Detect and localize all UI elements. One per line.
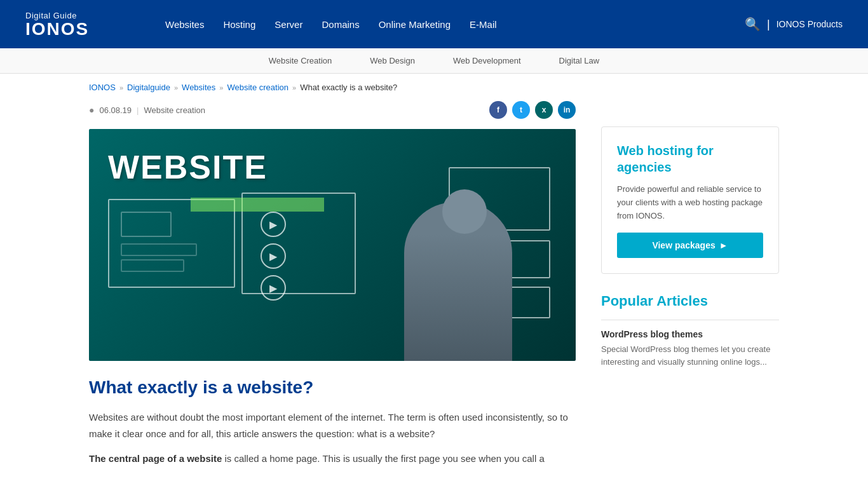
highlight-bar (191, 198, 324, 212)
sub-navigation: Website Creation Web Design Web Developm… (0, 48, 868, 74)
top-navigation: Digital Guide IONOS Websites Hosting Ser… (0, 0, 868, 48)
linkedin-share-button[interactable]: in (558, 101, 576, 119)
logo-area: Digital Guide IONOS (25, 11, 127, 38)
person-head (442, 189, 487, 234)
popular-article-desc: Special WordPress blog themes let you cr… (601, 343, 779, 368)
breadcrumb-sep-3: » (219, 84, 223, 92)
content-wrapper: ● 06.08.19 | Website creation f t x in W… (0, 101, 868, 476)
nav-email[interactable]: E-Mail (470, 19, 497, 30)
breadcrumb-website-creation[interactable]: Website creation (227, 83, 288, 92)
wireframe-4 (121, 259, 184, 272)
meta-left: ● 06.08.19 | Website creation (89, 105, 205, 115)
breadcrumb-sep-2: » (174, 84, 178, 92)
article-date: 06.08.19 (99, 105, 132, 115)
hero-text: WEBSITE (108, 148, 268, 186)
popular-article-title[interactable]: WordPress blog themes (601, 329, 779, 339)
sidebar-hosting-card: Web hosting for agencies Provide powerfu… (601, 126, 779, 274)
arrow-right-icon: ► (719, 240, 728, 250)
article-title: What exactly is a website? (89, 376, 576, 399)
main-article: ● 06.08.19 | Website creation f t x in W… (89, 101, 576, 476)
view-packages-label: View packages (652, 240, 715, 250)
breadcrumb: IONOS » Digitalguide » Websites » Websit… (0, 74, 868, 101)
popular-articles-section: Popular Articles WordPress blog themes S… (601, 293, 779, 368)
ionos-products-link[interactable]: IONOS Products (776, 19, 843, 29)
social-icons: f t x in (489, 101, 576, 119)
hosting-card-desc: Provide powerful and reliable service to… (617, 183, 763, 222)
sidebar: Web hosting for agencies Provide powerfu… (601, 101, 779, 476)
subnav-web-development[interactable]: Web Development (453, 56, 521, 65)
article-meta: ● 06.08.19 | Website creation f t x in (89, 101, 576, 119)
article-paragraph-1: Websites are without doubt the most impo… (89, 409, 576, 442)
nav-right: 🔍 | IONOS Products (745, 17, 843, 32)
nav-hosting[interactable]: Hosting (223, 19, 255, 30)
play-icon-2: ▶ (261, 243, 286, 269)
nav-domains[interactable]: Domains (322, 19, 359, 30)
hero-image: WEBSITE ▶ ▶ ▶ (89, 129, 576, 361)
article-paragraph-2: The central page of a website is called … (89, 451, 576, 467)
subnav-website-creation[interactable]: Website Creation (269, 56, 332, 65)
play-icon-1: ▶ (261, 212, 286, 237)
facebook-share-button[interactable]: f (489, 101, 507, 119)
breadcrumb-current: What exactly is a website? (300, 83, 397, 92)
subnav-web-design[interactable]: Web Design (370, 56, 415, 65)
breadcrumb-sep-1: » (119, 84, 123, 92)
main-nav: Websites Hosting Server Domains Online M… (165, 19, 745, 30)
xing-share-button[interactable]: x (535, 101, 553, 119)
breadcrumb-websites[interactable]: Websites (182, 83, 215, 92)
article-category: Website creation (144, 105, 205, 115)
article-body-2-rest: is called a home page. This is usually t… (224, 453, 544, 464)
play-icon-3: ▶ (261, 275, 286, 301)
nav-divider: | (767, 18, 770, 31)
view-packages-button[interactable]: View packages ► (617, 233, 763, 258)
popular-article-item: WordPress blog themes Special WordPress … (601, 320, 779, 368)
wireframe-2 (121, 212, 172, 237)
popular-articles-title: Popular Articles (601, 293, 779, 309)
search-button[interactable]: 🔍 (745, 17, 761, 32)
nav-online-marketing[interactable]: Online Marketing (379, 19, 451, 30)
nav-server[interactable]: Server (275, 19, 302, 30)
article-bold: The central page of a website (89, 453, 222, 464)
breadcrumb-digitalguide[interactable]: Digitalguide (127, 83, 170, 92)
twitter-share-button[interactable]: t (512, 101, 530, 119)
breadcrumb-ionos[interactable]: IONOS (89, 83, 116, 92)
nav-websites[interactable]: Websites (165, 19, 204, 30)
meta-separator: | (137, 105, 139, 115)
hosting-card-title: Web hosting for agencies (617, 142, 763, 175)
brand-ionos: IONOS (25, 20, 127, 38)
subnav-digital-law[interactable]: Digital Law (559, 56, 600, 65)
wireframe-3 (121, 243, 197, 256)
clock-icon: ● (89, 105, 94, 115)
article-body: Websites are without doubt the most impo… (89, 409, 576, 467)
breadcrumb-sep-4: » (292, 84, 296, 92)
